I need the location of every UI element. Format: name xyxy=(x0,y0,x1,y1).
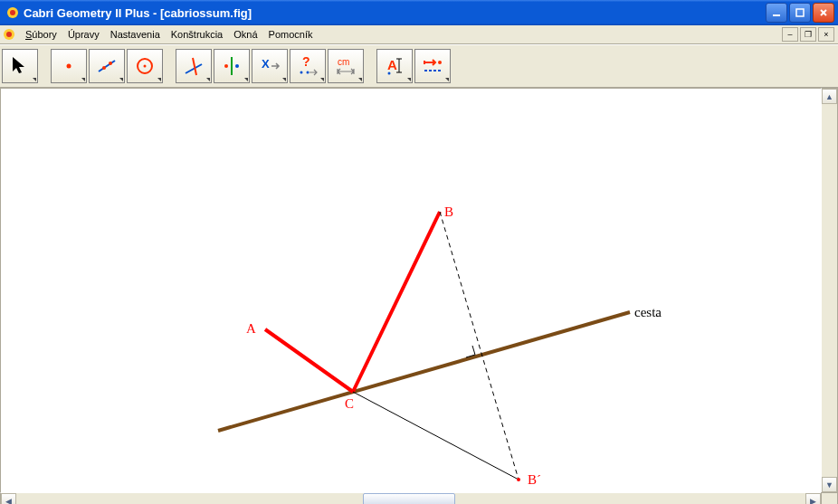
segment-cb xyxy=(353,212,440,392)
pointer-tool[interactable] xyxy=(2,49,38,83)
svg-point-28 xyxy=(388,72,391,75)
canvas[interactable]: A B C B´ cesta xyxy=(0,88,822,493)
mdi-buttons: – ❐ × xyxy=(782,27,836,42)
scroll-corner xyxy=(821,492,838,504)
line-cesta xyxy=(218,312,630,431)
horizontal-scrollbar[interactable]: ◀ ▶ xyxy=(0,492,822,504)
pointer-icon xyxy=(9,55,31,77)
svg-point-8 xyxy=(67,64,71,69)
window-title: Cabri Geometry II Plus - [cabriossum.fig… xyxy=(24,6,766,20)
point-tool[interactable] xyxy=(51,49,87,83)
segment-ac xyxy=(265,329,353,392)
vertical-scrollbar[interactable]: ▲ ▼ xyxy=(821,88,838,493)
label-a[interactable]: A xyxy=(246,321,256,337)
svg-line-15 xyxy=(193,58,196,75)
close-button[interactable] xyxy=(813,3,834,23)
label-cesta[interactable]: cesta xyxy=(634,305,662,320)
svg-text:A: A xyxy=(387,57,397,72)
svg-point-21 xyxy=(300,71,303,74)
svg-point-11 xyxy=(109,62,112,65)
measure-icon: cm xyxy=(335,55,357,77)
svg-text:cm: cm xyxy=(338,57,349,67)
scroll-thumb[interactable] xyxy=(363,493,455,504)
scroll-up-button[interactable]: ▲ xyxy=(822,89,837,104)
doc-icon xyxy=(2,27,16,42)
perpendicular-icon xyxy=(183,55,205,77)
line-icon xyxy=(96,55,118,77)
window-buttons xyxy=(766,3,834,23)
check-icon: ? xyxy=(297,55,319,77)
svg-text:?: ? xyxy=(302,55,310,69)
svg-point-30 xyxy=(438,61,442,64)
point-bprime xyxy=(517,478,520,481)
workspace: A B C B´ cesta ▲ ▼ ◀ ▶ xyxy=(0,88,838,504)
mdi-minimize-button[interactable]: – xyxy=(782,27,798,42)
scroll-right-button[interactable]: ▶ xyxy=(805,493,821,504)
appearance-tool[interactable] xyxy=(414,49,451,83)
label-b[interactable]: B xyxy=(444,204,453,220)
circle-tool[interactable] xyxy=(127,49,163,83)
perpendicular-tool[interactable] xyxy=(176,49,212,83)
svg-point-13 xyxy=(144,65,147,68)
menu-okna[interactable]: Okná xyxy=(228,27,262,42)
svg-point-18 xyxy=(235,64,239,68)
app-icon xyxy=(5,5,20,20)
menu-konstrukcia[interactable]: Konštrukcia xyxy=(166,27,228,42)
circle-icon xyxy=(134,55,156,77)
point-icon xyxy=(58,55,80,77)
translate-tool[interactable]: X xyxy=(252,49,288,83)
mdi-close-button[interactable]: × xyxy=(818,27,834,42)
svg-point-10 xyxy=(102,66,106,70)
geometry-drawing xyxy=(1,89,821,492)
measure-tool[interactable]: cm xyxy=(328,49,364,83)
check-property-tool[interactable]: ? xyxy=(290,49,326,83)
reflection-tool[interactable] xyxy=(214,49,250,83)
titlebar: Cabri Geometry II Plus - [cabriossum.fig… xyxy=(0,0,838,25)
label-tool[interactable]: A xyxy=(376,49,413,83)
appearance-icon xyxy=(422,55,443,77)
scroll-down-button[interactable]: ▼ xyxy=(822,477,837,492)
label-icon: A xyxy=(384,55,405,77)
scroll-left-button[interactable]: ◀ xyxy=(1,493,16,504)
menu-subory[interactable]: Súbory xyxy=(20,27,62,42)
reflection-icon xyxy=(221,55,243,77)
minimize-button[interactable] xyxy=(766,3,787,23)
menu-pomocnik[interactable]: Pomocník xyxy=(263,27,319,42)
segment-c-bprime xyxy=(353,392,519,480)
segment-b-bprime xyxy=(440,212,519,480)
menubar: Súbory Úpravy Nastavenia Konštrukcia Okn… xyxy=(0,25,838,44)
svg-point-17 xyxy=(224,64,228,68)
maximize-button[interactable] xyxy=(789,3,811,23)
svg-rect-2 xyxy=(773,14,780,16)
label-bprime[interactable]: B´ xyxy=(528,472,541,488)
menu-nastavenia[interactable]: Nastavenia xyxy=(105,27,166,42)
svg-point-22 xyxy=(307,71,309,74)
toolbar: X ? cm A xyxy=(0,44,838,88)
line-tool[interactable] xyxy=(89,49,125,83)
svg-line-9 xyxy=(99,61,115,71)
label-c[interactable]: C xyxy=(345,396,354,412)
svg-rect-3 xyxy=(796,9,804,16)
svg-text:X: X xyxy=(262,57,270,71)
svg-point-1 xyxy=(10,10,15,15)
menu-upravy[interactable]: Úpravy xyxy=(62,27,105,42)
svg-point-7 xyxy=(6,32,12,37)
mdi-restore-button[interactable]: ❐ xyxy=(800,27,816,42)
translate-icon: X xyxy=(259,55,281,77)
